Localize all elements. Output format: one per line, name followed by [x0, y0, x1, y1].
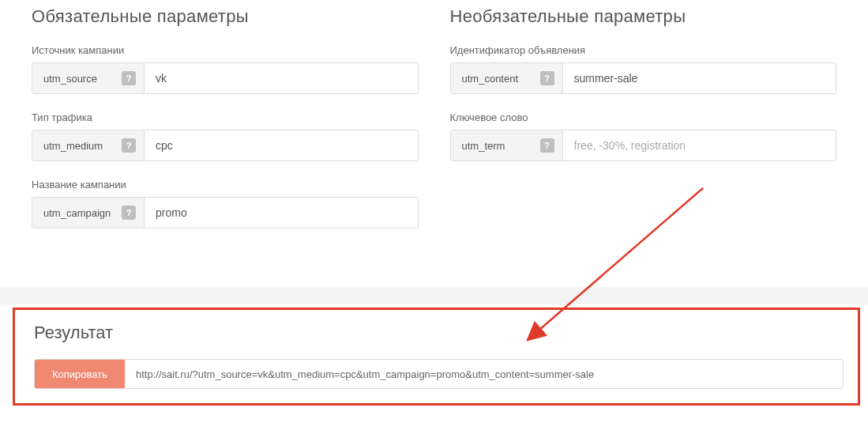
- help-icon[interactable]: ?: [122, 71, 136, 85]
- result-row: Копировать http://sait.ru/?utm_source=vk…: [34, 359, 844, 389]
- label-utm-content: Идентификатор объявления: [450, 44, 837, 56]
- help-icon[interactable]: ?: [540, 138, 554, 153]
- input-utm-content[interactable]: [563, 63, 836, 93]
- optional-params-column: Необязательные параметры Идентификатор о…: [450, 6, 837, 246]
- input-utm-campaign[interactable]: [145, 198, 418, 228]
- field-utm-term: Ключевое слово utm_term ?: [450, 111, 837, 161]
- prefix-utm-medium: utm_medium ?: [32, 130, 145, 160]
- required-params-title: Обязательные параметры: [32, 6, 419, 27]
- help-icon[interactable]: ?: [122, 138, 136, 153]
- label-utm-campaign: Название кампании: [32, 179, 419, 191]
- result-highlight-box: Результат Копировать http://sait.ru/?utm…: [13, 308, 860, 406]
- label-utm-medium: Тип трафика: [32, 111, 419, 123]
- result-title: Результат: [34, 323, 844, 343]
- param-name-utm-campaign: utm_campaign: [43, 207, 114, 219]
- copy-button[interactable]: Копировать: [35, 360, 125, 388]
- field-utm-campaign: Название кампании utm_campaign ?: [32, 179, 419, 228]
- param-name-utm-content: utm_content: [462, 73, 532, 85]
- field-utm-medium: Тип трафика utm_medium ?: [32, 111, 419, 161]
- param-name-utm-source: utm_source: [43, 73, 114, 85]
- input-utm-source[interactable]: [145, 63, 418, 93]
- prefix-utm-campaign: utm_campaign ?: [32, 198, 145, 228]
- field-utm-content: Идентификатор объявления utm_content ?: [450, 44, 837, 94]
- param-name-utm-term: utm_term: [462, 140, 532, 152]
- result-url[interactable]: http://sait.ru/?utm_source=vk&utm_medium…: [125, 360, 843, 388]
- field-utm-source: Источник кампании utm_source ?: [32, 44, 419, 94]
- prefix-utm-term: utm_term ?: [451, 130, 563, 160]
- required-params-column: Обязательные параметры Источник кампании…: [32, 6, 419, 246]
- input-utm-medium[interactable]: [145, 130, 418, 160]
- optional-params-title: Необязательные параметры: [450, 6, 837, 27]
- help-icon[interactable]: ?: [540, 71, 554, 85]
- prefix-utm-source: utm_source ?: [32, 63, 145, 93]
- divider-band: [0, 287, 868, 304]
- label-utm-term: Ключевое слово: [450, 111, 837, 123]
- help-icon[interactable]: ?: [122, 206, 136, 220]
- prefix-utm-content: utm_content ?: [451, 63, 563, 93]
- input-utm-term[interactable]: [563, 130, 836, 160]
- param-name-utm-medium: utm_medium: [43, 140, 114, 152]
- label-utm-source: Источник кампании: [32, 44, 419, 56]
